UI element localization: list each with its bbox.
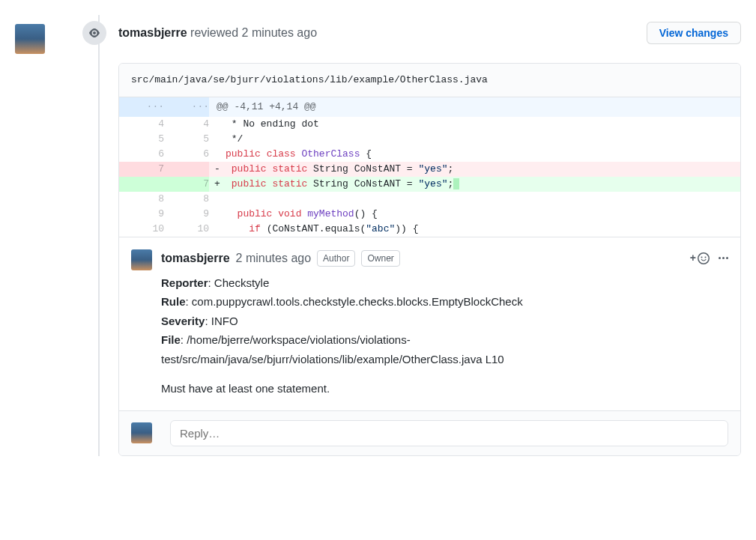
commenter-username[interactable]: tomasbjerre bbox=[161, 249, 230, 267]
diff-line[interactable]: 66public class OtherClass { bbox=[119, 147, 740, 162]
diff-line[interactable]: 7- public static String CoNstANT = "yes"… bbox=[119, 162, 740, 177]
comment-meta: tomasbjerre 2 minutes ago Author Owner + bbox=[161, 249, 728, 267]
diff-line[interactable]: 7+ public static String CoNstANT = "yes"… bbox=[119, 177, 740, 192]
kebab-menu-icon[interactable] bbox=[719, 257, 728, 259]
diff-line[interactable]: 55 */ bbox=[119, 132, 740, 147]
diff-line[interactable]: 99 public void myMethod() { bbox=[119, 207, 740, 222]
diff-box: src/main/java/se/bjurr/violations/lib/ex… bbox=[118, 63, 741, 456]
author-badge: Author bbox=[317, 250, 355, 267]
reviewer-avatar[interactable] bbox=[15, 24, 45, 54]
comment-time[interactable]: 2 minutes ago bbox=[236, 249, 312, 267]
diff-table: ......@@ -4,11 +4,14 @@44 * No ending do… bbox=[119, 97, 740, 237]
reviewer-username[interactable]: tomasbjerre bbox=[118, 26, 187, 39]
review-header: tomasbjerre reviewed 2 minutes ago View … bbox=[82, 15, 741, 63]
diff-line[interactable]: 88 bbox=[119, 192, 740, 207]
comment-text: Reporter: Checkstyle Rule: com.puppycraw… bbox=[161, 273, 728, 398]
owner-badge: Owner bbox=[361, 250, 399, 267]
diff-line[interactable]: 1010 if (CoNstANT.equals("abc")) { bbox=[119, 222, 740, 237]
file-path[interactable]: src/main/java/se/bjurr/violations/lib/ex… bbox=[119, 64, 740, 97]
view-changes-button[interactable]: View changes bbox=[647, 22, 741, 44]
hunk-header: ......@@ -4,11 +4,14 @@ bbox=[119, 97, 740, 117]
avatar bbox=[15, 24, 45, 54]
timeline-line bbox=[98, 15, 100, 456]
review-comment: tomasbjerre 2 minutes ago Author Owner +… bbox=[119, 237, 740, 410]
review-time[interactable]: 2 minutes ago bbox=[242, 26, 318, 39]
review-title: tomasbjerre reviewed 2 minutes ago bbox=[118, 24, 317, 42]
eye-icon bbox=[82, 21, 106, 45]
reply-block bbox=[119, 410, 740, 455]
smiley-icon bbox=[698, 252, 710, 264]
reply-avatar[interactable] bbox=[131, 422, 152, 443]
reply-input[interactable] bbox=[170, 420, 728, 446]
add-reaction-button[interactable]: + bbox=[690, 250, 710, 266]
commenter-avatar[interactable] bbox=[131, 249, 152, 270]
diff-line[interactable]: 44 * No ending dot bbox=[119, 117, 740, 132]
